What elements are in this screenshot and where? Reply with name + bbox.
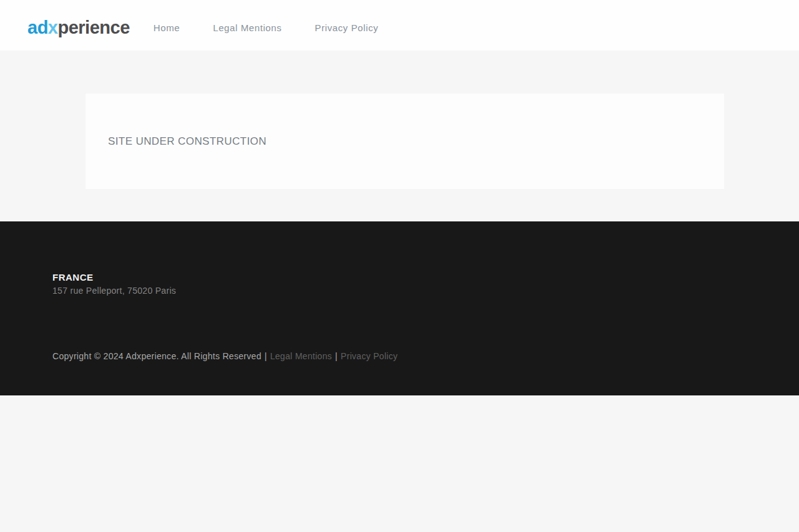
logo-part-perience: perience [57,17,129,37]
copyright-bar: Copyright © 2024 Adxperience. All Rights… [52,351,799,362]
main-content: SITE UNDER CONSTRUCTION [0,51,799,189]
logo-part-ad: ad [27,17,48,37]
nav-link-legal-mentions[interactable]: Legal Mentions [213,22,282,33]
construction-message: SITE UNDER CONSTRUCTION [108,135,267,148]
copyright-separator: | [335,351,338,361]
main-nav: Home Legal Mentions Privacy Policy [154,22,378,33]
footer: FRANCE 157 rue Pelleport, 75020 Paris Co… [0,221,799,395]
construction-card: SITE UNDER CONSTRUCTION [86,94,724,189]
logo[interactable]: adxperience [27,17,130,38]
header: adxperience Home Legal Mentions Privacy … [0,0,799,51]
footer-country: FRANCE [52,271,799,283]
footer-address: 157 rue Pelleport, 75020 Paris [52,285,799,296]
copyright-separator: | [265,351,267,361]
logo-part-x: x [48,17,58,37]
copyright-text: Copyright © 2024 Adxperience. All Rights… [52,351,262,361]
footer-link-privacy-policy[interactable]: Privacy Policy [341,351,398,361]
nav-link-home[interactable]: Home [154,22,180,33]
nav-link-privacy-policy[interactable]: Privacy Policy [315,22,378,33]
footer-link-legal-mentions[interactable]: Legal Mentions [270,351,332,361]
